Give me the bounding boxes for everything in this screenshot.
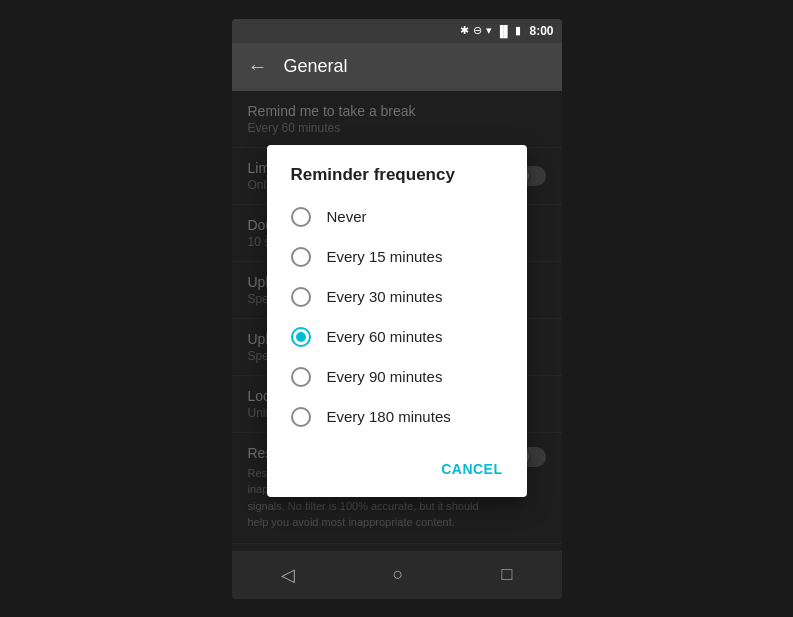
radio-circle-60min xyxy=(291,327,311,347)
radio-option-15min[interactable]: Every 15 minutes xyxy=(267,237,527,277)
nav-back-icon[interactable]: ◁ xyxy=(281,564,295,586)
radio-option-30min[interactable]: Every 30 minutes xyxy=(267,277,527,317)
radio-option-60min[interactable]: Every 60 minutes xyxy=(267,317,527,357)
radio-label-180min: Every 180 minutes xyxy=(327,408,451,425)
battery-icon: ▮ xyxy=(515,24,521,37)
radio-label-90min: Every 90 minutes xyxy=(327,368,443,385)
status-icons: ✱ ⊖ ▾ ▐▌ ▮ 8:00 xyxy=(460,24,554,38)
dialog-overlay: Reminder frequency NeverEvery 15 minutes… xyxy=(232,91,562,551)
wifi-icon: ▾ xyxy=(486,24,492,37)
radio-circle-90min xyxy=(291,367,311,387)
reminder-frequency-dialog: Reminder frequency NeverEvery 15 minutes… xyxy=(267,145,527,497)
phone-frame: ✱ ⊖ ▾ ▐▌ ▮ 8:00 ← General Remind me to t… xyxy=(232,19,562,599)
radio-label-15min: Every 15 minutes xyxy=(327,248,443,265)
settings-content: Remind me to take a break Every 60 minut… xyxy=(232,91,562,551)
radio-dot-60min xyxy=(296,332,306,342)
bluetooth-icon: ✱ xyxy=(460,24,469,37)
radio-circle-30min xyxy=(291,287,311,307)
status-time: 8:00 xyxy=(529,24,553,38)
cancel-button[interactable]: CANCEL xyxy=(433,453,510,485)
radio-label-60min: Every 60 minutes xyxy=(327,328,443,345)
nav-recents-icon[interactable]: □ xyxy=(502,564,513,585)
nav-home-icon[interactable]: ○ xyxy=(393,564,404,585)
back-button[interactable]: ← xyxy=(248,55,268,78)
radio-option-90min[interactable]: Every 90 minutes xyxy=(267,357,527,397)
dialog-actions: CANCEL xyxy=(267,445,527,497)
dialog-options: NeverEvery 15 minutesEvery 30 minutesEve… xyxy=(267,197,527,445)
radio-label-30min: Every 30 minutes xyxy=(327,288,443,305)
radio-circle-15min xyxy=(291,247,311,267)
radio-label-never: Never xyxy=(327,208,367,225)
radio-option-never[interactable]: Never xyxy=(267,197,527,237)
page-title: General xyxy=(284,56,348,77)
radio-option-180min[interactable]: Every 180 minutes xyxy=(267,397,527,437)
dialog-title: Reminder frequency xyxy=(267,145,527,197)
signal-icon: ▐▌ xyxy=(496,25,512,37)
top-bar: ← General xyxy=(232,43,562,91)
radio-circle-never xyxy=(291,207,311,227)
donotdisturb-icon: ⊖ xyxy=(473,24,482,37)
radio-circle-180min xyxy=(291,407,311,427)
status-bar: ✱ ⊖ ▾ ▐▌ ▮ 8:00 xyxy=(232,19,562,43)
bottom-nav: ◁ ○ □ xyxy=(232,551,562,599)
